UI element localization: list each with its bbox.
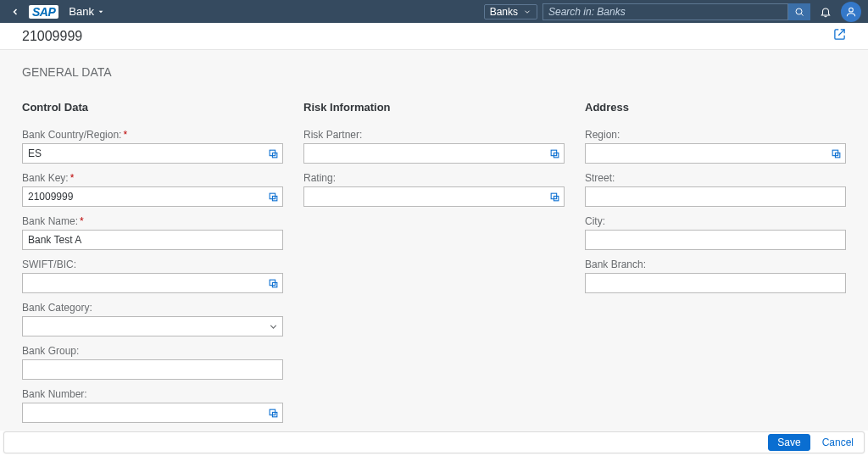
required-marker: * [70, 172, 75, 184]
field-bank-number: Bank Number: [22, 388, 283, 423]
label-bank-name: Bank Name: [22, 215, 78, 227]
search-scope-label: Banks [490, 6, 518, 18]
valuehelp-rating[interactable] [545, 187, 564, 206]
search-button[interactable] [788, 3, 810, 20]
sap-logo: SAP [29, 5, 58, 19]
app-title-label: Bank [69, 5, 94, 18]
svg-point-1 [796, 8, 802, 14]
address-column: Address Region: Street: City: [585, 101, 846, 302]
label-street: Street: [585, 172, 615, 184]
input-bank-category[interactable] [22, 316, 283, 336]
share-button[interactable] [833, 28, 846, 44]
field-bank-country: Bank Country/Region:* [22, 129, 283, 164]
page-title: 21009999 [22, 29, 82, 44]
user-icon [845, 6, 857, 18]
label-bank-branch: Bank Branch: [585, 259, 646, 270]
chevron-left-icon [10, 7, 20, 17]
valuehelp-icon [268, 278, 279, 289]
label-swift: SWIFT/BIC: [22, 259, 76, 270]
label-bank-category: Bank Category: [22, 302, 92, 314]
input-bank-group[interactable] [22, 359, 283, 380]
field-street: Street: [585, 172, 846, 207]
form-columns: Control Data Bank Country/Region:* Bank … [22, 101, 846, 431]
field-risk-partner: Risk Partner: [303, 129, 565, 164]
back-button[interactable] [7, 3, 24, 20]
search-icon [794, 7, 804, 17]
label-bank-number: Bank Number: [22, 388, 87, 400]
app-title-dropdown[interactable]: Bank [64, 5, 104, 18]
risk-info-column: Risk Information Risk Partner: Rating: [303, 101, 565, 215]
input-bank-number[interactable] [22, 403, 283, 423]
shell-header: SAP Bank Banks [0, 0, 868, 23]
field-bank-name: Bank Name:* [22, 215, 283, 250]
field-bank-key: Bank Key:* [22, 172, 283, 207]
valuehelp-bank-country[interactable] [264, 144, 282, 163]
label-city: City: [585, 215, 605, 227]
input-region[interactable] [585, 143, 846, 164]
field-region: Region: [585, 129, 846, 164]
required-marker: * [123, 129, 127, 141]
valuehelp-icon [549, 148, 560, 159]
control-data-title: Control Data [22, 101, 283, 114]
search-scope-select[interactable]: Banks [484, 4, 537, 19]
caret-down-icon [97, 8, 104, 15]
required-marker: * [80, 215, 84, 227]
valuehelp-bank-key[interactable] [264, 187, 282, 206]
field-branch: Bank Branch: [585, 259, 846, 293]
input-rating[interactable] [303, 186, 565, 207]
field-bank-category: Bank Category: [22, 302, 283, 336]
input-bank-key[interactable] [22, 186, 283, 207]
footer-toolbar: Save Cancel [3, 431, 865, 453]
page-header: 21009999 [0, 23, 868, 50]
svg-point-3 [849, 8, 854, 12]
label-region: Region: [585, 129, 620, 141]
label-bank-key: Bank Key: [22, 172, 69, 184]
user-button[interactable] [841, 2, 861, 22]
label-risk-partner: Risk Partner: [303, 129, 362, 141]
valuehelp-bank-number[interactable] [264, 403, 282, 422]
valuehelp-icon [268, 408, 279, 419]
valuehelp-swift[interactable] [264, 274, 282, 292]
dropdown-bank-category[interactable] [264, 317, 282, 336]
input-city[interactable] [585, 230, 846, 250]
label-bank-country: Bank Country/Region: [22, 129, 121, 141]
field-rating: Rating: [303, 172, 565, 207]
cancel-button[interactable]: Cancel [819, 435, 857, 450]
share-icon [833, 28, 846, 41]
field-swift: SWIFT/BIC: [22, 259, 283, 293]
content: GENERAL DATA Control Data Bank Country/R… [0, 50, 868, 431]
field-bank-group: Bank Group: [22, 345, 283, 380]
risk-info-title: Risk Information [303, 101, 565, 114]
valuehelp-risk-partner[interactable] [545, 144, 564, 163]
notifications-button[interactable] [815, 2, 836, 22]
input-bank-country[interactable] [22, 143, 283, 164]
input-bank-name[interactable] [22, 230, 283, 250]
input-bank-branch[interactable] [585, 273, 846, 293]
save-button[interactable]: Save [768, 434, 810, 451]
input-risk-partner[interactable] [303, 143, 565, 164]
search-input[interactable] [542, 3, 788, 20]
control-data-column: Control Data Bank Country/Region:* Bank … [22, 101, 283, 431]
bell-icon [820, 6, 832, 18]
valuehelp-region[interactable] [826, 144, 845, 163]
input-street[interactable] [585, 186, 846, 207]
valuehelp-icon [268, 148, 279, 159]
chevron-down-icon [523, 8, 531, 16]
field-city: City: [585, 215, 846, 250]
valuehelp-icon [268, 192, 279, 203]
svg-marker-0 [99, 10, 103, 13]
chevron-down-icon [268, 321, 279, 332]
search-wrap [542, 3, 810, 20]
valuehelp-icon [831, 148, 842, 159]
label-rating: Rating: [303, 172, 336, 184]
label-bank-group: Bank Group: [22, 345, 79, 357]
section-title: GENERAL DATA [22, 65, 846, 79]
svg-line-2 [801, 14, 803, 15]
input-swift[interactable] [22, 273, 283, 293]
address-title: Address [585, 101, 846, 114]
valuehelp-icon [549, 192, 560, 203]
